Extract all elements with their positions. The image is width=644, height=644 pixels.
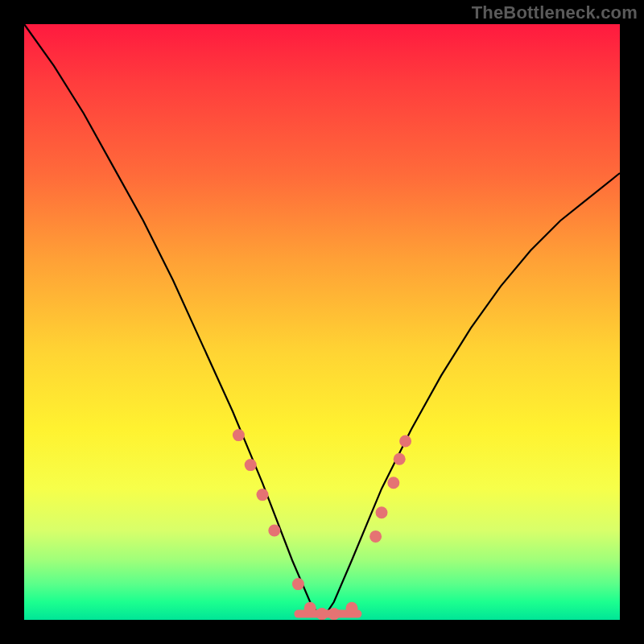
bottleneck-markers — [233, 429, 411, 620]
bottleneck-curve-path — [24, 24, 620, 620]
curve-marker — [369, 530, 382, 543]
curve-marker — [257, 489, 269, 501]
curve-marker — [304, 602, 316, 614]
curve-marker — [245, 459, 257, 471]
curve-marker — [399, 436, 411, 448]
curve-marker — [292, 578, 304, 590]
curve-marker — [328, 608, 340, 620]
curve-marker — [376, 506, 388, 518]
curve-marker — [346, 602, 358, 614]
curve-marker — [268, 525, 280, 537]
curve-marker — [316, 608, 328, 620]
bottleneck-curve-svg — [24, 24, 620, 620]
curve-marker — [387, 477, 399, 489]
chart-frame: TheBottleneck.com — [0, 0, 644, 644]
curve-marker — [394, 453, 406, 465]
watermark-text: TheBottleneck.com — [472, 2, 638, 23]
curve-marker — [233, 429, 245, 441]
